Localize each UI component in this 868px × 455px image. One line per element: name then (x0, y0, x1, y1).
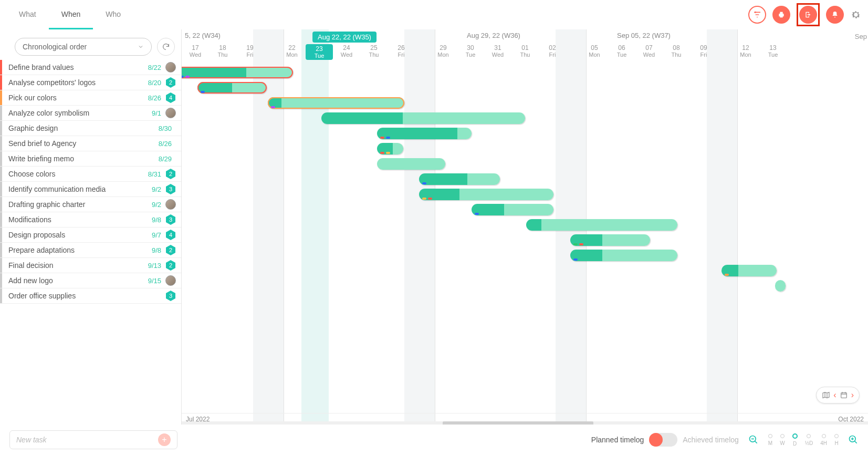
day-column[interactable]: 07Wed (635, 44, 663, 58)
tab-when[interactable]: When (49, 1, 93, 29)
gantt-bar[interactable] (472, 204, 553, 215)
task-badge: 3 (165, 291, 176, 301)
month-label-right-header: Sep (855, 33, 867, 40)
task-row[interactable]: Prepare adaptations9/82 (0, 243, 181, 258)
task-row[interactable]: Design proposals9/74 (0, 228, 181, 243)
day-column[interactable]: 23Tue (306, 44, 333, 60)
gantt-bar[interactable] (182, 67, 293, 78)
tag-chip (422, 182, 426, 184)
add-task-button[interactable]: + (158, 433, 171, 446)
day-column[interactable]: 01Thu (511, 44, 539, 58)
day-column[interactable]: 09Fri (690, 44, 717, 58)
day-column[interactable]: 08Thu (663, 44, 690, 58)
task-row[interactable]: Analyze color symbolism9/1 (0, 106, 181, 121)
day-column[interactable]: 18Thu (209, 44, 236, 58)
gantt-bar[interactable] (377, 143, 403, 154)
task-row[interactable]: Choose colors8/312 (0, 167, 181, 182)
sidebar: Chronological order Define brand values8… (0, 29, 182, 425)
top-icons (748, 3, 862, 26)
zoom-label: W (780, 440, 785, 446)
sort-dropdown[interactable]: Chronological order (15, 38, 152, 56)
tab-what[interactable]: What (6, 1, 49, 29)
task-row[interactable]: Send brief to Agency8/26 (0, 136, 181, 151)
bar-tags (725, 274, 729, 276)
zoom-tick-W[interactable]: W (780, 434, 785, 446)
zoom-scale: MWD½D4HH (768, 433, 839, 447)
gantt-bar[interactable] (570, 234, 650, 246)
export-button[interactable] (799, 6, 817, 24)
gantt-bar[interactable] (268, 97, 404, 109)
gantt-bar[interactable] (321, 112, 525, 124)
settings-button[interactable] (850, 9, 862, 20)
day-column[interactable]: 31Wed (484, 44, 511, 58)
task-row[interactable]: Final decision9/132 (0, 258, 181, 273)
task-row[interactable]: Graphic design8/30 (0, 121, 181, 136)
day-column[interactable]: 05Mon (581, 44, 608, 58)
day-column[interactable]: 26Fri (388, 44, 415, 58)
calendar-icon[interactable] (840, 391, 848, 399)
day-column[interactable]: 25Thu (360, 44, 388, 58)
task-row[interactable]: Modifications9/83 (0, 212, 181, 228)
day-column[interactable]: 22Mon (278, 44, 306, 58)
zoom-out-button[interactable] (748, 435, 759, 445)
notifications-button[interactable] (826, 6, 844, 24)
task-row[interactable]: Drafting graphic charter9/2 (0, 197, 181, 212)
task-row[interactable]: Define brand values8/22 (0, 60, 181, 75)
tab-who[interactable]: Who (93, 1, 133, 29)
gantt-bar[interactable] (377, 158, 445, 170)
tag-chip (573, 258, 578, 261)
gantt-bar[interactable] (570, 250, 677, 261)
refresh-button[interactable] (157, 38, 175, 56)
zoom-tick-D[interactable]: D (792, 433, 798, 447)
gantt-bar[interactable] (721, 265, 777, 276)
new-task-input[interactable]: New task + (9, 430, 177, 449)
week-divider (284, 29, 284, 425)
zoom-in-button[interactable] (848, 435, 859, 445)
gantt-bar[interactable] (197, 82, 267, 94)
zoom-tick-M[interactable]: M (768, 434, 772, 446)
day-column[interactable]: 13Tue (759, 44, 787, 58)
day-column[interactable]: 02Fri (539, 44, 566, 58)
zoom-tick-½D[interactable]: ½D (805, 434, 813, 446)
svg-rect-4 (841, 392, 846, 398)
task-badge: 2 (165, 169, 176, 179)
day-column[interactable]: 19Fri (236, 44, 264, 58)
zoom-label: 4H (820, 440, 827, 446)
day-column[interactable]: 12Mon (732, 44, 759, 58)
task-row[interactable]: Write briefing memo8/29 (0, 151, 181, 167)
zoom-dot (780, 434, 785, 438)
map-icon[interactable] (822, 391, 830, 399)
task-row[interactable]: Add new logo9/15 (0, 273, 181, 288)
day-column[interactable]: 29Mon (430, 44, 457, 58)
gantt-bar[interactable] (377, 128, 472, 139)
gantt-bar[interactable] (526, 219, 677, 231)
print-button[interactable] (772, 6, 790, 24)
day-column[interactable]: 30Tue (457, 44, 484, 58)
tag-chip (386, 152, 390, 154)
task-row[interactable]: Order office supplies3 (0, 288, 181, 304)
day-column[interactable]: 06Tue (608, 44, 635, 58)
nav-next[interactable]: › (851, 390, 854, 400)
mini-nav: ‹ › (816, 387, 860, 404)
scroll-thumb[interactable] (443, 421, 594, 425)
bar-tags (422, 198, 432, 200)
nav-prev[interactable]: ‹ (833, 390, 836, 400)
new-task-placeholder: New task (16, 436, 47, 444)
day-column[interactable]: 17Wed (182, 44, 209, 58)
gantt-bar[interactable] (419, 173, 500, 185)
gantt-chart[interactable]: 5, 22 (W34)Aug 22, 22 (W35)Aug 29, 22 (W… (182, 29, 868, 425)
zoom-tick-4H[interactable]: 4H (820, 434, 827, 446)
gantt-bar[interactable] (419, 189, 553, 200)
day-column[interactable]: 24Wed (333, 44, 360, 58)
task-row[interactable]: Identify communication media9/23 (0, 182, 181, 197)
filter-button[interactable] (748, 6, 766, 24)
zoom-tick-H[interactable]: H (834, 434, 839, 446)
task-row[interactable]: Analyse competitors' logos8/202 (0, 75, 181, 90)
gear-icon (850, 9, 862, 20)
timelog-toggle[interactable] (649, 433, 677, 447)
gantt-bar[interactable] (775, 280, 786, 292)
task-name: Write briefing memo (2, 154, 159, 163)
task-row[interactable]: Pick our colors8/264 (0, 90, 181, 106)
tabs: What When Who (6, 1, 133, 29)
gantt-scrollbar[interactable] (182, 421, 868, 425)
